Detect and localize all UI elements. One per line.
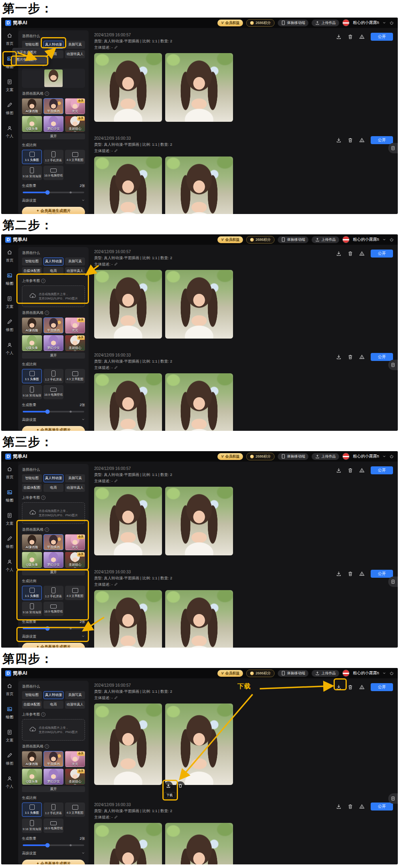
choose-option-ecommerce[interactable]: 电商 xyxy=(43,701,63,709)
choose-option-anime-to-photo[interactable]: 动漫转真人 xyxy=(65,50,85,58)
sidebar-item-retouch[interactable]: 修图 xyxy=(6,753,14,766)
download-icon[interactable] xyxy=(336,804,342,809)
upload-works-button[interactable]: 上传作品 xyxy=(312,20,339,26)
quantity-slider[interactable] xyxy=(23,628,84,629)
generated-image-2[interactable] xyxy=(165,704,233,785)
edit-icon[interactable] xyxy=(114,262,118,267)
slider-knob[interactable] xyxy=(45,843,49,848)
style-tile-ai-comic-face[interactable]: AI漫画脸 xyxy=(22,98,42,114)
delete-icon[interactable] xyxy=(348,684,353,690)
publish-button[interactable]: 公开 xyxy=(371,570,393,578)
upload-dropzone[interactable]: 点击或拖拽图片上传， 支持20M以内JPG、PNG图片 xyxy=(22,285,85,307)
style-tile-ciyuan[interactable]: 会员次元 xyxy=(65,534,85,550)
report-icon[interactable] xyxy=(359,804,365,809)
power-icon[interactable] xyxy=(389,238,394,242)
choose-option-beauty-photo[interactable]: 美颜写真 xyxy=(65,474,85,482)
generate-button[interactable]: ✦ 会员高速生成图片 (消耗2积分) xyxy=(22,207,85,214)
report-icon[interactable] xyxy=(359,251,365,256)
report-icon[interactable] xyxy=(359,468,365,473)
feedback-doc-button[interactable] xyxy=(388,793,398,804)
image-delete-icon[interactable] xyxy=(176,781,185,790)
ratio-4-3[interactable]: 4:3 文章配图 xyxy=(65,586,85,600)
style-tile-christmas[interactable]: 会员圣诞甜心 xyxy=(65,335,85,351)
delete-icon[interactable] xyxy=(348,137,353,143)
choose-option-smart-draw[interactable]: 智能绘图 xyxy=(22,691,42,699)
chevron-down-icon[interactable] xyxy=(382,21,386,25)
report-icon[interactable] xyxy=(359,34,365,40)
choose-option-ecommerce[interactable]: 电商 xyxy=(43,267,63,275)
choose-option-ecommerce[interactable]: 电商 xyxy=(43,484,63,492)
ratio-1-1[interactable]: 1:1 头像图 xyxy=(22,369,42,383)
power-icon[interactable] xyxy=(389,21,394,25)
ratio-1-2[interactable]: 1:2 手机屏幕 xyxy=(43,586,63,600)
ratio-1-1[interactable]: 1:1 头像图 xyxy=(22,803,42,817)
advanced-settings[interactable]: 高级设置 xyxy=(22,634,85,639)
image-download-icon[interactable] xyxy=(164,781,173,790)
generated-image-1[interactable] xyxy=(94,823,162,864)
ratio-9-16[interactable]: 9:16 宣传海报 xyxy=(22,602,42,616)
style-tile-flat-illustration[interactable]: 平面插画 xyxy=(43,317,63,333)
style-tile-ciyuan[interactable]: 会员次元 xyxy=(65,751,85,767)
sidebar-item-home[interactable]: 首页 xyxy=(6,250,14,263)
sidebar-item-home[interactable]: 首页 xyxy=(6,683,14,697)
publish-button[interactable]: 公开 xyxy=(371,683,393,691)
style-tile-q-avatar[interactable]: Q版头像 xyxy=(22,335,42,351)
style-tile-christmas[interactable]: 会员圣诞甜心 xyxy=(65,769,85,785)
edit-icon[interactable] xyxy=(114,46,118,50)
slider-knob[interactable] xyxy=(45,410,49,414)
choose-option-smart-draw[interactable]: 智能绘图 xyxy=(22,41,42,49)
delete-icon[interactable] xyxy=(348,571,353,577)
app-logo[interactable]: D 简单AI xyxy=(5,670,27,677)
credits-button[interactable]: 2686积分 xyxy=(246,19,275,27)
style-tile-flat-illustration[interactable]: 平面插画 xyxy=(43,98,63,114)
mobile-app-button[interactable]: 体验移动端 xyxy=(278,20,308,26)
download-icon[interactable] xyxy=(336,354,342,360)
style-tile-ciyuan[interactable]: 会员次元 xyxy=(65,317,85,333)
report-icon[interactable] xyxy=(359,137,365,143)
ratio-4-3[interactable]: 4:3 文章配图 xyxy=(65,369,85,383)
sidebar-item-draw[interactable]: 绘图 xyxy=(6,489,14,503)
generated-image-2[interactable] xyxy=(165,270,233,339)
sidebar-item-personal[interactable]: 个人 xyxy=(6,342,14,356)
download-icon[interactable] xyxy=(336,468,342,473)
style-tile-q-avatar[interactable]: Q版头像 xyxy=(22,116,42,132)
expand-button[interactable]: 展开 xyxy=(22,786,85,792)
style-tile-dream-girl[interactable]: 梦幻少女 xyxy=(43,116,63,132)
generated-image-1[interactable] xyxy=(94,487,162,555)
feedback-doc-button[interactable] xyxy=(388,577,398,587)
upload-works-button[interactable]: 上传作品 xyxy=(312,670,339,677)
generated-image-2[interactable] xyxy=(165,53,233,122)
edit-icon[interactable] xyxy=(114,815,118,820)
chevron-down-icon[interactable] xyxy=(382,454,386,458)
style-tile-christmas[interactable]: 会员圣诞甜心 xyxy=(65,552,85,568)
ratio-16-9[interactable]: 16:9 电脑壁纸 xyxy=(43,602,63,616)
uploaded-thumb[interactable] xyxy=(22,69,85,88)
report-icon[interactable] xyxy=(359,684,365,690)
upload-dropzone[interactable]: 点击或拖拽图片上传， 支持20M以内JPG、PNG图片 xyxy=(22,502,85,524)
sidebar-item-home[interactable]: 首页 xyxy=(6,33,14,46)
download-icon[interactable] xyxy=(336,251,342,256)
mobile-app-button[interactable]: 体验移动端 xyxy=(278,453,308,460)
report-icon[interactable] xyxy=(359,354,365,360)
ratio-1-1[interactable]: 1:1 头像图 xyxy=(22,150,42,164)
publish-button[interactable]: 公开 xyxy=(371,466,393,474)
credits-button[interactable]: 2686积分 xyxy=(246,236,275,244)
download-icon[interactable] xyxy=(336,34,342,40)
choose-option-media-illustration[interactable]: 自媒体配图 xyxy=(22,701,42,709)
download-icon[interactable] xyxy=(336,571,342,577)
style-tile-christmas[interactable]: 会员圣诞甜心 xyxy=(65,116,85,132)
user-avatar[interactable] xyxy=(342,670,350,677)
generated-image-1[interactable] xyxy=(94,704,162,785)
style-tile-dream-girl[interactable]: 梦幻少女 xyxy=(43,552,63,568)
power-icon[interactable] xyxy=(389,454,394,459)
sidebar-item-retouch[interactable]: 修图 xyxy=(6,319,14,333)
generated-image-1[interactable] xyxy=(94,270,162,339)
choose-option-smart-draw[interactable]: 智能绘图 xyxy=(22,474,42,482)
feedback-doc-button[interactable] xyxy=(388,143,398,153)
upload-works-button[interactable]: 上传作品 xyxy=(312,453,339,460)
credits-button[interactable]: 2686积分 xyxy=(246,670,275,677)
quantity-slider[interactable] xyxy=(23,411,84,412)
choose-option-media-illustration[interactable]: 自媒体配图 xyxy=(22,267,42,275)
slider-knob[interactable] xyxy=(45,626,49,631)
advanced-settings[interactable]: 高级设置 xyxy=(22,417,85,422)
